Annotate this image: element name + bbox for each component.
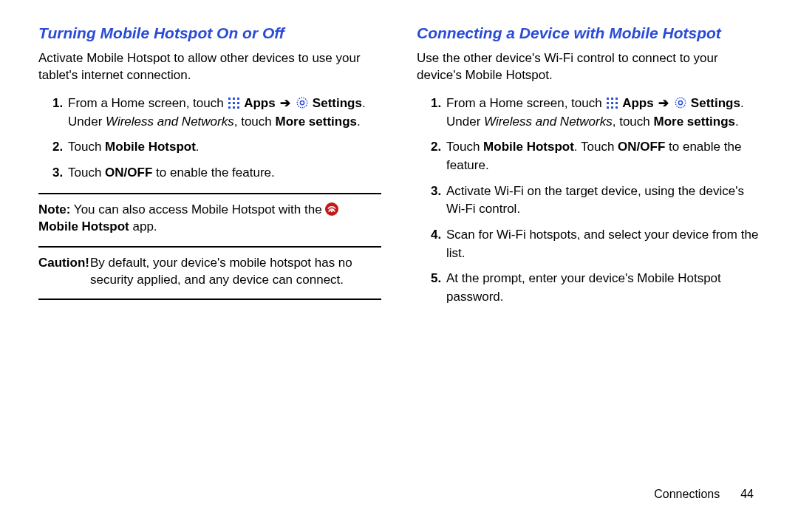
note-block: Note: You can also access Mobile Hotspot… bbox=[38, 202, 381, 236]
right-column: Connecting a Device with Mobile Hotspot … bbox=[417, 24, 760, 480]
apps-grid-icon bbox=[227, 96, 240, 109]
steps-left: From a Home screen, touch Apps ➔ Setting… bbox=[38, 95, 381, 183]
steps-right: From a Home screen, touch Apps ➔ Setting… bbox=[417, 95, 760, 306]
step-1-left: From a Home screen, touch Apps ➔ Setting… bbox=[66, 95, 381, 131]
step-5-right: At the prompt, enter your device's Mobil… bbox=[445, 270, 760, 306]
intro-right: Use the other device's Wi-Fi control to … bbox=[417, 50, 760, 84]
apps-grid-icon bbox=[605, 96, 618, 109]
svg-point-1 bbox=[301, 101, 304, 105]
step-4-right: Scan for Wi-Fi hotspots, and select your… bbox=[445, 226, 760, 262]
intro-left: Activate Mobile Hotspot to allow other d… bbox=[38, 50, 381, 84]
gear-icon bbox=[296, 96, 309, 109]
step-3-right: Activate Wi-Fi on the target device, usi… bbox=[445, 183, 760, 219]
step-1-right: From a Home screen, touch Apps ➔ Setting… bbox=[445, 95, 760, 131]
svg-point-2 bbox=[331, 210, 333, 212]
heading-connecting: Connecting a Device with Mobile Hotspot bbox=[417, 24, 760, 43]
hotspot-icon bbox=[325, 202, 338, 216]
svg-point-4 bbox=[679, 101, 683, 105]
arrow-icon: ➔ bbox=[657, 95, 670, 113]
footer-section: Connections bbox=[654, 488, 720, 500]
step-2-left: Touch Mobile Hotspot. bbox=[66, 138, 381, 157]
caution-block: Caution! By default, your device's mobil… bbox=[38, 255, 381, 289]
left-column: Turning Mobile Hotspot On or Off Activat… bbox=[38, 24, 381, 480]
svg-point-3 bbox=[675, 98, 686, 108]
page-footer: Connections44 bbox=[0, 480, 798, 501]
gear-icon bbox=[674, 96, 687, 109]
step-2-right: Touch Mobile Hotspot. Touch ON/OFF to en… bbox=[445, 138, 760, 174]
step-3-left: Touch ON/OFF to enable the feature. bbox=[66, 164, 381, 183]
divider bbox=[38, 193, 381, 194]
svg-point-0 bbox=[297, 98, 307, 108]
footer-page: 44 bbox=[740, 488, 754, 500]
heading-turning: Turning Mobile Hotspot On or Off bbox=[38, 24, 381, 43]
arrow-icon: ➔ bbox=[279, 95, 292, 113]
divider bbox=[38, 246, 381, 248]
divider bbox=[38, 299, 381, 300]
